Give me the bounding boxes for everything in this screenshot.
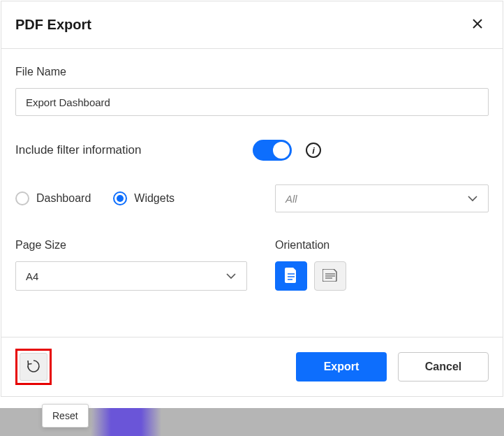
cancel-button[interactable]: Cancel bbox=[398, 352, 489, 382]
widget-select-value: All bbox=[286, 193, 297, 205]
page-orientation-row: Page Size A4 Orientation bbox=[15, 239, 489, 291]
reset-icon bbox=[26, 358, 41, 376]
radio-dashboard-label: Dashboard bbox=[36, 192, 91, 205]
include-filter-row: Include filter information i bbox=[15, 140, 489, 161]
include-filter-label: Include filter information bbox=[15, 143, 253, 157]
radio-dashboard[interactable]: Dashboard bbox=[15, 191, 91, 205]
close-button[interactable] bbox=[466, 14, 489, 36]
export-button[interactable]: Export bbox=[296, 352, 387, 382]
dialog-body: File Name Include filter information i D… bbox=[1, 49, 503, 298]
dialog-title: PDF Export bbox=[15, 17, 91, 33]
page-size-column: Page Size A4 bbox=[15, 239, 247, 291]
orientation-landscape-button[interactable] bbox=[314, 261, 346, 291]
widget-select-dropdown[interactable]: All bbox=[275, 184, 489, 212]
orientation-label: Orientation bbox=[275, 239, 489, 252]
chevron-down-icon bbox=[467, 192, 478, 205]
toggle-knob bbox=[273, 142, 290, 159]
chevron-down-icon bbox=[225, 270, 237, 282]
radio-widgets[interactable]: Widgets bbox=[113, 191, 175, 205]
include-filter-toggle[interactable] bbox=[253, 140, 292, 161]
dialog-footer: Export Cancel bbox=[1, 337, 503, 396]
portrait-page-icon bbox=[285, 268, 297, 285]
file-name-label: File Name bbox=[15, 66, 489, 78]
pdf-export-dialog: PDF Export File Name Include filter info… bbox=[1, 1, 503, 397]
reset-button[interactable] bbox=[20, 353, 47, 381]
radio-circle-icon bbox=[113, 191, 127, 205]
radio-circle-icon bbox=[15, 191, 29, 205]
reset-tooltip: Reset bbox=[42, 404, 89, 428]
orientation-buttons bbox=[275, 261, 489, 291]
page-size-dropdown[interactable]: A4 bbox=[15, 261, 247, 291]
info-icon[interactable]: i bbox=[306, 143, 321, 158]
dialog-header: PDF Export bbox=[1, 1, 503, 49]
orientation-portrait-button[interactable] bbox=[275, 261, 307, 291]
reset-highlight-box bbox=[15, 349, 52, 385]
radio-widgets-label: Widgets bbox=[134, 192, 175, 205]
orientation-column: Orientation bbox=[275, 239, 489, 291]
export-type-row: Dashboard Widgets All bbox=[15, 184, 489, 212]
export-type-radio-group: Dashboard Widgets bbox=[15, 191, 275, 205]
page-size-value: A4 bbox=[26, 270, 38, 282]
footer-actions: Export Cancel bbox=[296, 352, 489, 382]
file-name-input[interactable] bbox=[15, 88, 489, 116]
landscape-page-icon bbox=[323, 269, 338, 284]
close-icon bbox=[472, 17, 483, 32]
page-size-label: Page Size bbox=[15, 239, 247, 252]
